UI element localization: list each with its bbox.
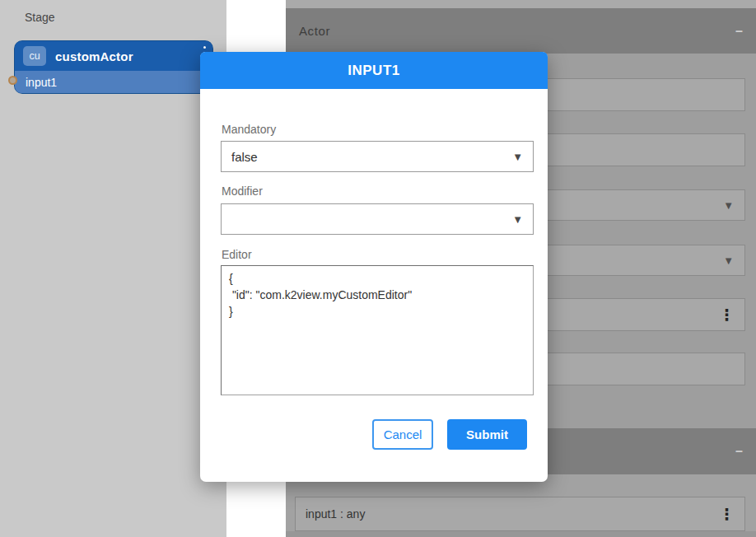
actor-section-header[interactable]: Actor – bbox=[286, 8, 756, 54]
collapse-icon[interactable]: – bbox=[735, 445, 743, 458]
actor-type-badge: cu bbox=[23, 46, 46, 66]
input-schema-label: input1 : any bbox=[296, 507, 365, 521]
dropdown-arrow-icon[interactable]: ▼ bbox=[723, 199, 744, 212]
mandatory-value: false bbox=[231, 150, 512, 164]
mandatory-label: Mandatory bbox=[222, 123, 276, 136]
kebab-menu-icon[interactable]: ⋮ bbox=[719, 507, 744, 522]
input-schema-row[interactable]: input1 : any ⋮ bbox=[295, 497, 745, 531]
modifier-select[interactable]: ▼ bbox=[221, 203, 534, 235]
submit-button[interactable]: Submit bbox=[447, 419, 527, 450]
editor-textarea[interactable]: { "id": "com.k2view.myCustomEditor" } bbox=[221, 265, 534, 395]
modifier-label: Modifier bbox=[222, 184, 263, 198]
actor-node-name: customActor bbox=[55, 49, 133, 63]
mandatory-select[interactable]: false ▼ bbox=[221, 141, 534, 172]
kebab-menu-icon[interactable]: ⋮ bbox=[719, 307, 744, 323]
dropdown-arrow-icon: ▼ bbox=[512, 151, 523, 163]
stage-panel: Stage cu customActor input1 bbox=[0, 0, 226, 537]
cancel-button[interactable]: Cancel bbox=[372, 419, 433, 450]
input-port-icon[interactable] bbox=[8, 76, 17, 85]
dropdown-arrow-icon[interactable]: ▼ bbox=[723, 254, 744, 267]
dialog-buttons: Cancel Submit bbox=[372, 419, 527, 450]
actor-node-header[interactable]: cu customActor bbox=[15, 41, 212, 71]
input1-dialog: INPUT1 Mandatory false ▼ Modifier ▼ Edit… bbox=[200, 52, 548, 482]
app-window: Stage cu customActor input1 Actor – ▼ bbox=[0, 0, 756, 537]
dropdown-arrow-icon: ▼ bbox=[512, 213, 523, 226]
collapse-icon[interactable]: – bbox=[735, 25, 743, 38]
actor-input-row[interactable]: input1 bbox=[15, 71, 212, 93]
input-port-label: input1 bbox=[26, 76, 57, 89]
dialog-header[interactable]: INPUT1 bbox=[200, 52, 548, 89]
panel-top-strip bbox=[286, 0, 756, 8]
panel-bottom-strip bbox=[286, 531, 756, 537]
dialog-title: INPUT1 bbox=[348, 63, 399, 79]
custom-actor-node[interactable]: cu customActor input1 bbox=[15, 41, 212, 93]
editor-label: Editor bbox=[222, 248, 252, 261]
stage-title: Stage bbox=[25, 11, 55, 24]
actor-section-title: Actor bbox=[299, 24, 330, 38]
